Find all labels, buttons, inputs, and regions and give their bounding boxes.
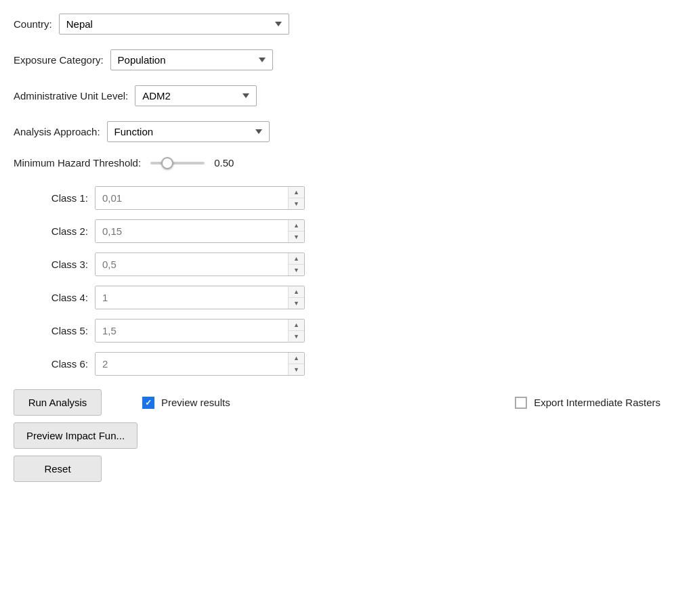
- country-row: Country: Nepal India Bangladesh: [14, 14, 660, 35]
- class-3-input-wrapper: ▲ ▼: [95, 252, 305, 276]
- exposure-label: Exposure Category:: [14, 54, 104, 66]
- class-2-input-wrapper: ▲ ▼: [95, 219, 305, 243]
- analysis-row: Analysis Approach: Function Class Manual: [14, 121, 660, 142]
- class-6-spinner: ▲ ▼: [288, 353, 304, 375]
- exposure-select[interactable]: Population Buildings Infrastructure: [110, 49, 273, 70]
- country-select[interactable]: Nepal India Bangladesh: [59, 14, 289, 35]
- country-label: Country:: [14, 18, 52, 30]
- analysis-select[interactable]: Function Class Manual: [107, 121, 270, 142]
- class-6-spinner-down[interactable]: ▼: [289, 364, 304, 375]
- class-3-label: Class 3:: [41, 259, 88, 270]
- class-1-input-wrapper: ▲ ▼: [95, 186, 305, 210]
- class-5-input-wrapper: ▲ ▼: [95, 319, 305, 343]
- bottom-row-1: Run Analysis ✓ Preview results Export In…: [14, 389, 660, 416]
- adm-select[interactable]: ADM0 ADM1 ADM2 ADM3: [135, 85, 257, 106]
- reset-button[interactable]: Reset: [14, 456, 102, 482]
- class-2-spinner-down[interactable]: ▼: [289, 232, 304, 242]
- hazard-value: 0.50: [214, 157, 238, 169]
- export-rasters-label: Export Intermediate Rasters: [534, 397, 660, 408]
- preview-results-checkmark: ✓: [145, 399, 152, 407]
- export-rasters-row: Export Intermediate Rasters: [515, 397, 660, 409]
- class-row-1: Class 1: ▲ ▼: [41, 186, 660, 210]
- class-row-2: Class 2: ▲ ▼: [41, 219, 660, 243]
- preview-results-label: Preview results: [161, 397, 230, 408]
- class-6-label: Class 6:: [41, 358, 88, 370]
- class-1-spinner-down[interactable]: ▼: [289, 198, 304, 209]
- class-6-spinner-up[interactable]: ▲: [289, 353, 304, 364]
- class-5-spinner-down[interactable]: ▼: [289, 331, 304, 342]
- adm-label: Administrative Unit Level:: [14, 90, 128, 102]
- class-4-input[interactable]: [96, 286, 304, 309]
- preview-results-checkbox[interactable]: ✓: [142, 397, 154, 409]
- preview-impact-row: Preview Impact Fun...: [14, 422, 660, 449]
- class-3-spinner-up[interactable]: ▲: [289, 253, 304, 265]
- preview-results-row: ✓ Preview results: [142, 397, 230, 409]
- class-5-label: Class 5:: [41, 325, 88, 336]
- class-2-spinner: ▲ ▼: [288, 220, 304, 242]
- bottom-section: Run Analysis ✓ Preview results Export In…: [14, 389, 660, 482]
- class-1-spinner: ▲ ▼: [288, 187, 304, 209]
- class-row-4: Class 4: ▲ ▼: [41, 286, 660, 309]
- hazard-slider[interactable]: [150, 162, 205, 164]
- class-2-label: Class 2:: [41, 225, 88, 237]
- adm-row: Administrative Unit Level: ADM0 ADM1 ADM…: [14, 85, 660, 106]
- class-5-spinner-up[interactable]: ▲: [289, 320, 304, 331]
- class-4-spinner: ▲ ▼: [288, 286, 304, 309]
- reset-row: Reset: [14, 456, 660, 482]
- class-4-input-wrapper: ▲ ▼: [95, 286, 305, 309]
- class-4-spinner-down[interactable]: ▼: [289, 298, 304, 309]
- class-3-spinner: ▲ ▼: [288, 253, 304, 276]
- class-3-spinner-down[interactable]: ▼: [289, 265, 304, 276]
- class-row-5: Class 5: ▲ ▼: [41, 319, 660, 343]
- hazard-threshold-row: Minimum Hazard Threshold: 0.50: [14, 157, 660, 169]
- class-1-label: Class 1:: [41, 192, 88, 204]
- class-6-input-wrapper: ▲ ▼: [95, 352, 305, 376]
- preview-impact-button[interactable]: Preview Impact Fun...: [14, 422, 138, 449]
- slider-wrapper: 0.50: [150, 157, 238, 169]
- class-3-input[interactable]: [96, 253, 304, 276]
- class-2-spinner-up[interactable]: ▲: [289, 220, 304, 232]
- class-6-input[interactable]: [96, 353, 304, 375]
- run-analysis-button[interactable]: Run Analysis: [14, 389, 102, 416]
- hazard-label: Minimum Hazard Threshold:: [14, 157, 141, 169]
- class-5-input[interactable]: [96, 320, 304, 342]
- class-2-input[interactable]: [96, 220, 304, 242]
- class-4-spinner-up[interactable]: ▲: [289, 286, 304, 298]
- class-row-3: Class 3: ▲ ▼: [41, 252, 660, 276]
- class-1-spinner-up[interactable]: ▲: [289, 187, 304, 198]
- exposure-row: Exposure Category: Population Buildings …: [14, 49, 660, 70]
- analysis-label: Analysis Approach:: [14, 126, 100, 137]
- class-row-6: Class 6: ▲ ▼: [41, 352, 660, 376]
- class-section: Class 1: ▲ ▼ Class 2: ▲ ▼ Class 3: ▲ ▼: [41, 186, 660, 376]
- export-rasters-checkbox[interactable]: [515, 397, 527, 409]
- class-1-input[interactable]: [96, 187, 304, 209]
- class-5-spinner: ▲ ▼: [288, 320, 304, 342]
- class-4-label: Class 4:: [41, 292, 88, 303]
